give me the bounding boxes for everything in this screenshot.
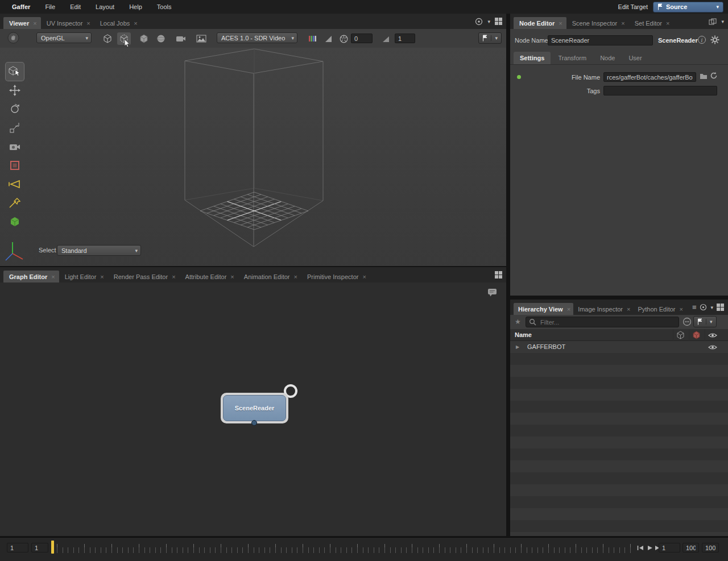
- timeline-increment-field[interactable]: [31, 543, 48, 552]
- search-scope-icon[interactable]: [682, 317, 692, 326]
- chevron-down-icon[interactable]: ▾: [721, 19, 724, 24]
- close-icon[interactable]: ×: [559, 20, 562, 27]
- shaded-sphere-icon[interactable]: [154, 32, 168, 45]
- focus-target-icon[interactable]: [700, 304, 707, 311]
- display-transform-dropdown[interactable]: ACES 1.0 - SDR Video ▾: [217, 32, 297, 43]
- exposure-input[interactable]: [351, 34, 373, 43]
- renderer-dropdown[interactable]: OpenGL ▾: [36, 32, 92, 43]
- close-icon[interactable]: ×: [679, 306, 682, 313]
- close-icon[interactable]: ×: [134, 20, 137, 27]
- close-icon[interactable]: ×: [230, 273, 234, 280]
- table-row[interactable]: ▶ GAFFERBOT: [510, 341, 728, 353]
- hamburger-menu-icon[interactable]: ≡: [692, 303, 697, 311]
- close-icon[interactable]: ×: [362, 273, 366, 280]
- tab-primitive-inspector[interactable]: Primitive Inspector ×: [301, 271, 370, 282]
- look-through-tool-button[interactable]: [6, 194, 24, 212]
- annotation-icon[interactable]: [487, 288, 497, 297]
- bookmark-star-icon[interactable]: ★: [515, 318, 521, 326]
- tab-render-pass-editor[interactable]: Render Pass Editor ×: [108, 271, 180, 282]
- selection-tool-button[interactable]: [6, 63, 24, 81]
- node-input-plug[interactable]: [251, 420, 257, 426]
- layout-grid-icon[interactable]: [717, 304, 724, 311]
- tab-graph-editor[interactable]: Graph Editor ×: [3, 271, 59, 282]
- translate-tool-button[interactable]: [6, 81, 24, 99]
- gear-icon[interactable]: [710, 35, 719, 44]
- tab-set-editor[interactable]: Set Editor ×: [629, 17, 674, 29]
- scene-cube-column-icon[interactable]: [676, 331, 685, 339]
- chevron-down-icon[interactable]: ▾: [710, 305, 713, 310]
- folder-browse-icon[interactable]: [700, 73, 708, 80]
- tags-input[interactable]: [603, 86, 717, 95]
- section-tab-node[interactable]: Node: [594, 52, 621, 64]
- viewport-3d-view[interactable]: [0, 48, 506, 266]
- layout-grid-icon[interactable]: [495, 18, 502, 25]
- visibility-eye-icon[interactable]: [708, 344, 717, 350]
- rgb-channels-icon[interactable]: [306, 32, 320, 45]
- close-icon[interactable]: ×: [621, 20, 624, 27]
- crop-window-tool-button[interactable]: [6, 156, 24, 174]
- camera-control-icon[interactable]: [7, 31, 20, 44]
- filter-search-box[interactable]: [526, 317, 679, 327]
- close-icon[interactable]: ×: [33, 20, 36, 27]
- camera-tool-button[interactable]: [6, 138, 24, 156]
- visibility-eye-column-icon[interactable]: [708, 333, 717, 338]
- shaded-cube-icon[interactable]: [137, 32, 151, 45]
- close-icon[interactable]: ×: [627, 306, 630, 313]
- menu-gaffer[interactable]: Gaffer: [5, 3, 38, 10]
- clipping-triangle-icon[interactable]: [321, 32, 335, 45]
- file-name-input[interactable]: [603, 72, 696, 82]
- gamma-input[interactable]: [395, 34, 415, 43]
- tab-attribute-editor[interactable]: Attribute Editor ×: [180, 271, 238, 282]
- tab-uv-inspector[interactable]: UV Inspector ×: [41, 17, 94, 29]
- menu-file[interactable]: File: [38, 3, 63, 10]
- close-icon[interactable]: ×: [100, 273, 104, 280]
- hierarchy-focus-menu-button[interactable]: ▾: [693, 316, 717, 327]
- select-mode-dropdown[interactable]: Standard ▾: [57, 245, 141, 256]
- tab-scene-inspector[interactable]: Scene Inspector ×: [566, 17, 629, 29]
- exposure-aperture-icon[interactable]: [337, 32, 350, 45]
- skip-to-start-button[interactable]: [636, 545, 644, 551]
- section-tab-transform[interactable]: Transform: [552, 52, 593, 64]
- close-icon[interactable]: ×: [294, 273, 297, 280]
- node-name-input[interactable]: [548, 35, 653, 45]
- close-icon[interactable]: ×: [666, 20, 669, 27]
- focus-target-icon[interactable]: [475, 18, 483, 26]
- gamma-ramp-icon[interactable]: [379, 32, 392, 45]
- name-column-header[interactable]: Name: [515, 331, 532, 338]
- close-icon[interactable]: ×: [567, 306, 570, 313]
- menu-help[interactable]: Help: [122, 3, 150, 10]
- section-tab-user[interactable]: User: [622, 52, 648, 64]
- range-end-field[interactable]: [682, 543, 699, 552]
- tab-light-editor[interactable]: Light Editor ×: [59, 271, 108, 282]
- section-tab-settings[interactable]: Settings: [514, 52, 551, 64]
- current-frame-field[interactable]: [659, 543, 680, 552]
- close-icon[interactable]: ×: [172, 273, 175, 280]
- tab-viewer[interactable]: Viewer ×: [3, 17, 41, 29]
- timeline-start-field[interactable]: [7, 543, 28, 552]
- wireframe-cube-icon[interactable]: [101, 32, 114, 45]
- refresh-icon[interactable]: [710, 72, 718, 80]
- tab-python-editor[interactable]: Python Editor ×: [633, 303, 685, 315]
- edit-target-source-button[interactable]: Source ▾: [653, 2, 723, 13]
- timeline-ruler-minor-ticks[interactable]: [57, 547, 634, 553]
- light-tool-button[interactable]: [6, 175, 24, 193]
- close-icon[interactable]: ×: [51, 273, 55, 280]
- menu-layout[interactable]: Layout: [88, 3, 122, 10]
- render-cube-column-icon[interactable]: [692, 331, 701, 339]
- chevron-down-icon[interactable]: ▾: [487, 19, 490, 24]
- close-icon[interactable]: ×: [86, 20, 90, 27]
- rotate-tool-button[interactable]: [6, 100, 24, 118]
- info-icon[interactable]: i: [698, 36, 706, 44]
- menu-edit[interactable]: Edit: [63, 3, 88, 10]
- tab-image-inspector[interactable]: Image Inspector ×: [573, 303, 633, 315]
- play-button[interactable]: [646, 545, 654, 551]
- scale-tool-button[interactable]: [6, 119, 24, 137]
- tab-local-jobs[interactable]: Local Jobs ×: [94, 17, 142, 29]
- camera-icon[interactable]: [174, 32, 188, 45]
- viewer-focus-menu-button[interactable]: ▾: [478, 32, 502, 44]
- filter-input[interactable]: [539, 318, 676, 326]
- geometry-tool-button[interactable]: [6, 213, 24, 231]
- expander-icon[interactable]: ▶: [516, 344, 519, 350]
- end-frame-field[interactable]: [702, 543, 719, 552]
- current-frame-marker[interactable]: [51, 541, 54, 554]
